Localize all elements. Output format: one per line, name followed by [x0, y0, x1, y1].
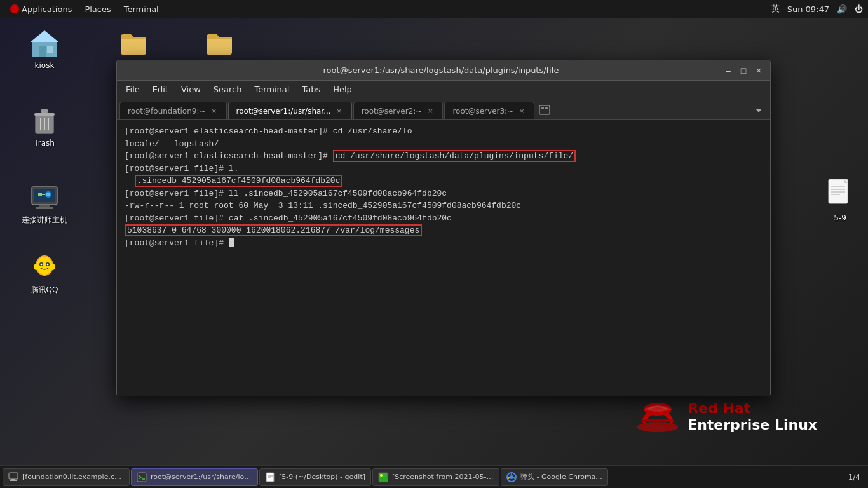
applications-menu[interactable]: Applications	[5, 3, 77, 15]
tabs-dropdown-button[interactable]	[750, 102, 768, 119]
taskbar-label-3: [5-9 (~/Desktop) - gedit]	[279, 473, 365, 481]
tab4-close-button[interactable]: ×	[517, 107, 526, 116]
svg-point-34	[637, 422, 678, 432]
document-icon	[825, 178, 855, 211]
taskbar-chrome-icon	[506, 472, 517, 482]
right-document-icon[interactable]: 5-9	[825, 178, 855, 222]
desktop-icon-connect[interactable]: 连接讲师主机	[16, 178, 73, 229]
folder1-icon	[118, 28, 149, 58]
top-bar: Applications Places Terminal 英 Sun 09:47…	[0, 0, 868, 18]
terminal-line-3: [root@server1 elasticsearch-head-master]…	[125, 150, 763, 163]
svg-rect-12	[39, 205, 50, 207]
svg-rect-5	[34, 113, 55, 116]
terminal-tab-1[interactable]: root@foundation9:~ ×	[119, 102, 227, 119]
desktop-icon-folder1[interactable]	[105, 24, 162, 65]
tab3-close-button[interactable]: ×	[426, 107, 435, 116]
svg-point-46	[380, 474, 383, 477]
terminal-menu-view[interactable]: View	[175, 83, 207, 95]
svg-point-23	[34, 264, 39, 270]
places-menu[interactable]: Places	[79, 3, 116, 15]
taskbar-page: 1/4	[843, 473, 865, 482]
svg-rect-16	[38, 193, 42, 196]
connect-icon	[29, 182, 60, 212]
taskbar-label-4: [Screenshot from 2021-05-09 09-...	[392, 473, 494, 481]
terminal-content[interactable]: [root@server1 elasticsearch-head-master]…	[117, 120, 770, 396]
svg-rect-3	[47, 46, 53, 53]
terminal-line-9: 51038637 0 64768 300000 1620018062.21687…	[125, 224, 763, 237]
desktop-icon-folder2[interactable]	[191, 24, 248, 65]
svg-rect-6	[41, 109, 48, 113]
taskbar-label-2: root@server1:/usr/share/logstash/...	[151, 473, 252, 481]
svg-rect-27	[545, 107, 548, 109]
terminal-menu-file[interactable]: File	[119, 83, 146, 95]
terminal-menu-edit[interactable]: Edit	[146, 83, 175, 95]
tab1-close-button[interactable]: ×	[210, 107, 219, 116]
svg-rect-38	[10, 480, 17, 481]
power-icon[interactable]: ⏻	[855, 4, 863, 14]
terminal-tab-2[interactable]: root@server1:/usr/shar... ×	[228, 102, 352, 119]
taskbar-image-icon	[378, 472, 388, 482]
tab2-close-button[interactable]: ×	[335, 107, 344, 116]
qq-icon	[29, 252, 60, 282]
folder2-icon	[204, 28, 234, 58]
svg-rect-2	[39, 46, 46, 57]
svg-rect-41	[266, 473, 274, 482]
svg-rect-26	[541, 107, 544, 109]
terminal-menu[interactable]: Terminal	[119, 3, 164, 15]
svg-rect-13	[36, 207, 53, 209]
terminal-menu-terminal[interactable]: Terminal	[248, 83, 295, 95]
taskbar-item-3[interactable]: [5-9 (~/Desktop) - gedit]	[259, 468, 371, 486]
terminal-tab-3[interactable]: root@server2:~ ×	[353, 102, 444, 119]
redhat-logo: Red Hat Enterprise Linux	[635, 396, 817, 437]
terminal-line-6: [root@server1 file]# ll .sincedb_452905a…	[125, 187, 763, 200]
terminal-minimize-button[interactable]: –	[722, 64, 735, 77]
terminal-titlebar: root@server1:/usr/share/logstash/data/pl…	[117, 60, 770, 81]
taskbar-label-5: 弹头 - Google Chroma...	[520, 472, 602, 482]
trash-label: Trash	[34, 139, 55, 147]
new-tab-button[interactable]	[536, 102, 553, 119]
svg-point-48	[510, 475, 513, 479]
terminal-line-8: [root@server1 file]# cat .sincedb_452905…	[125, 212, 763, 225]
redhat-dot-icon	[10, 4, 19, 13]
taskbar-monitor-icon	[8, 472, 18, 482]
taskbar-item-4[interactable]: [Screenshot from 2021-05-09 09-...	[372, 468, 499, 486]
terminal-line-7: -rw-r--r-- 1 root root 60 May 3 13:11 .s…	[125, 200, 763, 212]
redhat-text: Red Hat Enterprise Linux	[688, 400, 817, 434]
terminal-window: root@server1:/usr/share/logstash/data/pl…	[116, 60, 771, 396]
svg-rect-37	[11, 479, 15, 480]
taskbar-item-1[interactable]: [foundation0.ilt.example.com:8 (kio...	[3, 468, 130, 486]
taskbar-item-2[interactable]: root@server1:/usr/share/logstash/...	[131, 468, 258, 486]
terminal-menu-tabs[interactable]: Tabs	[295, 83, 327, 95]
terminal-line-1: [root@server1 elasticsearch-head-master]…	[125, 125, 763, 138]
terminal-controls: – □ ×	[722, 64, 765, 77]
svg-point-22	[47, 264, 49, 266]
terminal-maximize-button[interactable]: □	[737, 64, 750, 77]
terminal-menu-search[interactable]: Search	[207, 83, 248, 95]
home-icon	[29, 28, 60, 58]
terminal-tab-4[interactable]: root@server3:~ ×	[444, 102, 534, 119]
desktop-icon-qq[interactable]: 腾讯QQ	[16, 248, 73, 299]
volume-icon[interactable]: 🔊	[837, 4, 847, 14]
terminal-menubar: File Edit View Search Terminal Tabs Help	[117, 81, 770, 98]
svg-marker-1	[31, 30, 58, 42]
language-indicator[interactable]: 英	[771, 3, 780, 15]
kiosk-label: kiosk	[35, 61, 55, 70]
terminal-line-5: .sincedb_452905a167cf4509fd08acb964fdb20…	[125, 175, 763, 187]
svg-rect-36	[9, 473, 18, 479]
svg-point-21	[41, 264, 43, 266]
terminal-line-10: [root@server1 file]#	[125, 237, 763, 250]
taskbar-label-1: [foundation0.ilt.example.com:8 (kio...	[22, 473, 124, 481]
svg-point-18	[37, 257, 52, 274]
terminal-menu-help[interactable]: Help	[327, 83, 358, 95]
taskbar: [foundation0.ilt.example.com:8 (kio... r…	[0, 465, 868, 488]
terminal-line-2: locale/ logstash/	[125, 138, 763, 151]
desktop-icon-kiosk[interactable]: kiosk	[16, 24, 73, 74]
desktop-icon-trash[interactable]: Trash	[16, 102, 73, 151]
right-icon-label: 5-9	[834, 214, 846, 222]
taskbar-item-5[interactable]: 弹头 - Google Chroma...	[501, 468, 608, 486]
terminal-close-button[interactable]: ×	[752, 64, 765, 77]
svg-rect-11	[34, 189, 55, 202]
desktop: Applications Places Terminal 英 Sun 09:47…	[0, 0, 868, 488]
qq-label: 腾讯QQ	[31, 285, 58, 295]
terminal-title: root@server1:/usr/share/logstash/data/pl…	[160, 65, 722, 75]
